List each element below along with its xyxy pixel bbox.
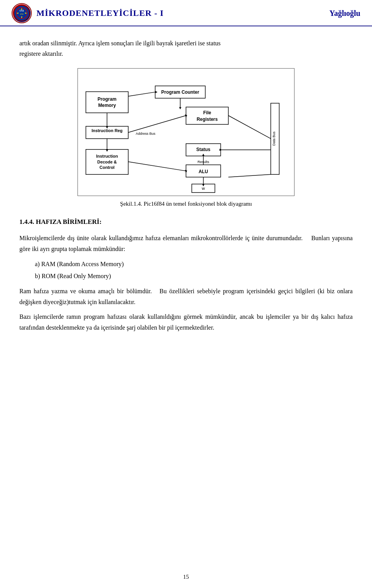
author-name: Yağlıoğlu [329, 9, 360, 18]
body-paragraph-1: Mikroişlemcilerde dış ünite olarak kulla… [19, 233, 353, 254]
svg-text:Instruction Reg: Instruction Reg [91, 128, 122, 133]
svg-text:File: File [203, 110, 211, 116]
svg-text:Decode &: Decode & [97, 160, 117, 164]
svg-text:Program Counter: Program Counter [161, 89, 199, 95]
svg-text:Address Bus: Address Bus [136, 132, 155, 136]
logo-inner: ÜNİ 1795 [13, 4, 31, 22]
diagram-caption: Şekil.1.4. Pic16f84 ün temel fonksiyonel… [19, 201, 353, 207]
svg-line-38 [128, 116, 186, 133]
intro-paragraph: artık oradan silinmiştir. Ayrıca işlem s… [19, 38, 353, 59]
block-diagram: Program Memory Program Counter File Regi… [78, 68, 294, 196]
page-title: MİKRODENETLEYİCİLER - I [36, 8, 164, 18]
svg-line-42 [228, 116, 270, 139]
svg-text:Program: Program [98, 97, 117, 102]
page-footer: 15 [0, 574, 372, 580]
svg-text:Memory: Memory [98, 103, 116, 108]
svg-rect-8 [86, 92, 128, 113]
svg-line-51 [228, 175, 270, 177]
university-logo: ÜNİ 1795 [12, 3, 32, 23]
svg-text:Control: Control [100, 165, 115, 170]
page-number: 15 [183, 574, 189, 580]
svg-text:1795: 1795 [20, 13, 24, 15]
memory-types-list: a) RAM (Random Access Memory) b) ROM (Re… [35, 258, 353, 282]
svg-text:ALU: ALU [198, 169, 208, 175]
list-item-ram: a) RAM (Random Access Memory) [35, 258, 353, 270]
svg-marker-35 [179, 107, 181, 110]
section-heading: 1.4.4. HAFIZA BİRİMLERİ: [19, 218, 353, 226]
svg-text:Data Bus: Data Bus [272, 131, 276, 146]
svg-text:ÜNİ: ÜNİ [19, 10, 24, 12]
svg-text:Status: Status [196, 147, 211, 152]
page-header: ÜNİ 1795 MİKRODENETLEYİCİLER - I Yağlıoğ… [0, 0, 372, 26]
svg-text:Registers: Registers [197, 117, 218, 122]
list-item-rom: b) ROM (Read Only Memory) [35, 270, 353, 282]
svg-line-49 [128, 162, 186, 171]
svg-line-32 [128, 92, 155, 96]
svg-text:Instruction: Instruction [96, 154, 118, 158]
main-content: artık oradan silinmiştir. Ayrıca işlem s… [0, 26, 372, 352]
diagram-container: Program Memory Program Counter File Regi… [19, 68, 353, 196]
svg-text:w: w [202, 186, 205, 191]
header-left: ÜNİ 1795 MİKRODENETLEYİCİLER - I [12, 3, 164, 23]
body-paragraph-2: Ram hafıza yazma ve okuma amaçlı bir böl… [19, 286, 353, 308]
body-paragraph-3: Bazı işlemcilerde ramın program hafızası… [19, 311, 353, 333]
